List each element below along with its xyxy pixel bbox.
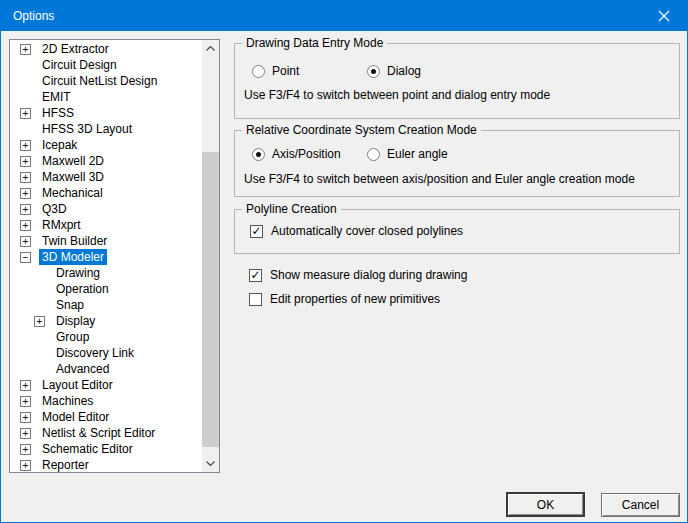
plus-box-icon[interactable]: + [20,156,31,167]
plus-box-icon[interactable]: + [34,316,45,327]
tree-item-q3d[interactable]: +Q3D [10,201,202,217]
tree-item-label[interactable]: Discovery Link [53,345,137,361]
tree-item-label[interactable]: Reporter [39,457,92,473]
minus-box-icon[interactable]: − [20,252,31,263]
plus-box-icon[interactable]: + [20,428,31,439]
tree-item-machines[interactable]: +Machines [10,393,202,409]
tree-item-drawing[interactable]: Drawing [10,265,202,281]
tree-item-hfss[interactable]: +HFSS [10,105,202,121]
tree-item-netlist-script-editor[interactable]: +Netlist & Script Editor [10,425,202,441]
group-drawing-data-entry-mode: Drawing Data Entry Mode Point Dialog Use… [234,43,680,119]
tree-item-label[interactable]: Circuit NetList Design [39,73,160,89]
checkbox-checked-icon[interactable]: ✓ [250,225,263,238]
tree-item-label[interactable]: Schematic Editor [39,441,136,457]
plus-box-icon[interactable]: + [20,460,31,471]
tree-item-label[interactable]: 3D Modeler [39,249,107,265]
plus-box-icon[interactable]: + [20,412,31,423]
radio-dialog[interactable]: Dialog [367,64,421,78]
checkbox-unchecked-icon[interactable] [249,293,262,306]
scrollbar-thumb[interactable] [202,152,219,447]
tree-item-circuit-netlist-design[interactable]: Circuit NetList Design [10,73,202,89]
tree-item-label[interactable]: Group [53,329,92,345]
tree-item-group[interactable]: Group [10,329,202,345]
tree-item-maxwell-2d[interactable]: +Maxwell 2D [10,153,202,169]
tree-item-reporter[interactable]: +Reporter [10,457,202,473]
tree-item-label[interactable]: Circuit Design [39,57,120,73]
chevron-down-icon[interactable] [202,455,219,472]
plus-box-icon[interactable]: + [20,108,31,119]
tree-item-label[interactable]: Layout Editor [39,377,116,393]
tree-item-label[interactable]: EMIT [39,89,74,105]
tree-item-label[interactable]: Maxwell 2D [39,153,107,169]
plus-box-icon[interactable]: + [20,444,31,455]
tree-item-label[interactable]: Twin Builder [39,233,110,249]
tree-item-advanced[interactable]: Advanced [10,361,202,377]
cancel-button-label: Cancel [622,498,659,512]
tree-item-rmxprt[interactable]: +RMxprt [10,217,202,233]
tree-item-hfss-3d-layout[interactable]: HFSS 3D Layout [10,121,202,137]
tree-item-label[interactable]: Advanced [53,361,112,377]
tree-item-label[interactable]: Machines [39,393,96,409]
plus-box-icon[interactable]: + [20,44,31,55]
tree-item-circuit-design[interactable]: Circuit Design [10,57,202,73]
radio-euler-angle[interactable]: Euler angle [367,147,448,161]
chevron-up-icon[interactable] [202,40,219,57]
checkbox-cover-closed-polylines[interactable]: ✓ Automatically cover closed polylines [250,224,463,238]
tree-item-label[interactable]: Display [53,313,98,329]
tree-item-mechanical[interactable]: +Mechanical [10,185,202,201]
plus-box-icon[interactable]: + [20,380,31,391]
tree-item-3d-modeler[interactable]: −3D Modeler [10,249,202,265]
radio-euler-angle-icon[interactable] [367,148,380,161]
tree-item-label[interactable]: Mechanical [39,185,106,201]
plus-box-icon[interactable]: + [20,172,31,183]
tree-item-label[interactable]: Maxwell 3D [39,169,107,185]
tree-item-label[interactable]: Icepak [39,137,80,153]
radio-dialog-label: Dialog [387,64,421,78]
tree-item-label[interactable]: Netlist & Script Editor [39,425,158,441]
tree-body: +2D ExtractorCircuit DesignCircuit NetLi… [10,41,202,473]
tree-item-schematic-editor[interactable]: +Schematic Editor [10,441,202,457]
tree-item-label[interactable]: RMxprt [39,217,84,233]
titlebar[interactable]: Options [1,1,687,31]
plus-box-icon[interactable]: + [20,188,31,199]
radio-point-icon[interactable] [252,65,265,78]
plus-box-icon[interactable]: + [20,140,31,151]
group-polyline-creation: Polyline Creation ✓ Automatically cover … [234,209,680,254]
tree-item-layout-editor[interactable]: +Layout Editor [10,377,202,393]
cancel-button[interactable]: Cancel [601,493,680,517]
plus-box-icon[interactable]: + [20,236,31,247]
radio-point[interactable]: Point [252,64,299,78]
options-category-tree[interactable]: +2D ExtractorCircuit DesignCircuit NetLi… [9,39,220,473]
tree-item-label[interactable]: Snap [53,297,87,313]
tree-item-twin-builder[interactable]: +Twin Builder [10,233,202,249]
tree-item-snap[interactable]: Snap [10,297,202,313]
checkbox-checked-icon[interactable]: ✓ [249,269,262,282]
ok-button[interactable]: OK [506,492,585,517]
close-icon[interactable] [641,1,687,31]
tree-item-2d-extractor[interactable]: +2D Extractor [10,41,202,57]
tree-item-label[interactable]: 2D Extractor [39,41,112,57]
radio-axis-position-icon[interactable] [252,148,265,161]
plus-box-icon[interactable]: + [20,204,31,215]
tree-item-operation[interactable]: Operation [10,281,202,297]
tree-scrollbar[interactable] [202,40,219,472]
checkbox-edit-properties[interactable]: Edit properties of new primitives [249,292,440,306]
radio-dialog-icon[interactable] [367,65,380,78]
tree-item-emit[interactable]: EMIT [10,89,202,105]
tree-item-display[interactable]: +Display [10,313,202,329]
tree-item-label[interactable]: HFSS [39,105,77,121]
tree-item-discovery-link[interactable]: Discovery Link [10,345,202,361]
tree-item-model-editor[interactable]: +Model Editor [10,409,202,425]
radio-axis-position[interactable]: Axis/Position [252,147,341,161]
plus-box-icon[interactable]: + [20,220,31,231]
tree-item-label[interactable]: Operation [53,281,112,297]
tree-item-label[interactable]: HFSS 3D Layout [39,121,135,137]
tree-item-label[interactable]: Q3D [39,201,70,217]
tree-item-label[interactable]: Drawing [53,265,103,281]
tree-item-icepak[interactable]: +Icepak [10,137,202,153]
plus-box-icon[interactable]: + [20,396,31,407]
tree-item-maxwell-3d[interactable]: +Maxwell 3D [10,169,202,185]
checkbox-show-measure-dialog[interactable]: ✓ Show measure dialog during drawing [249,268,467,282]
rcs-mode-note: Use F3/F4 to switch between axis/positio… [244,172,635,186]
tree-item-label[interactable]: Model Editor [39,409,112,425]
